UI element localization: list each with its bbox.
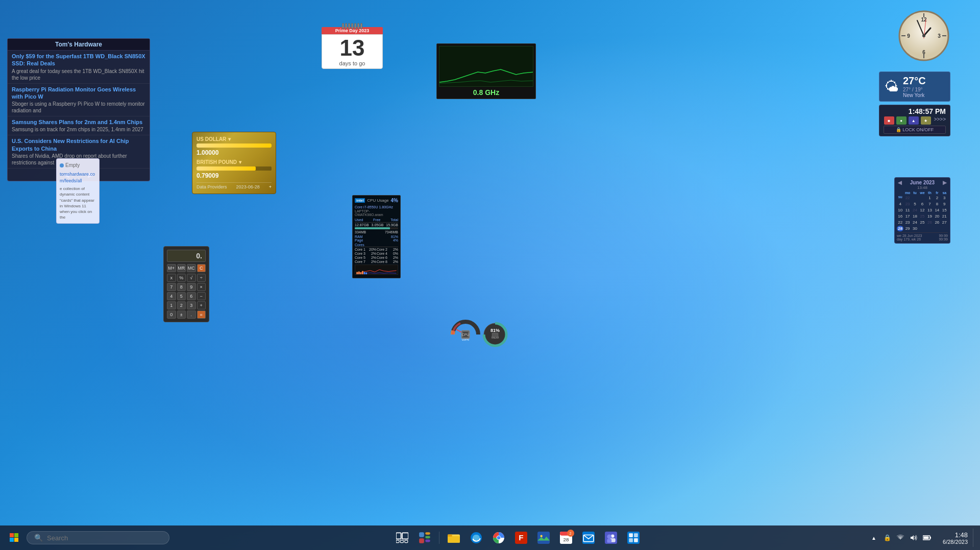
- gauge-svg: 09% 81% MEM CPU: [450, 314, 511, 355]
- widget-analog-clock: 12 3 6 9: [898, 10, 949, 61]
- taskbar-icon-taskview[interactable]: [392, 528, 412, 548]
- calc-clear[interactable]: C: [197, 264, 206, 272]
- svg-text:6: 6: [922, 50, 925, 55]
- weather-info: 27°C 27° / 19° New York: [903, 75, 926, 98]
- calc-mc[interactable]: MC: [187, 264, 196, 272]
- currency-base-row: US DOLLAR ▾ 1.00000: [197, 136, 272, 156]
- svg-rect-3: [360, 272, 362, 274]
- taskbar-icon-filezilla[interactable]: F: [511, 528, 531, 548]
- svg-rect-40: [425, 532, 430, 535]
- wifi-icon: [896, 534, 904, 541]
- svg-rect-33: [14, 538, 18, 542]
- widget-calculator: 0. M+ MR MC C x % √ ÷ 7 8 9 × 4 5 6 − 1 …: [163, 246, 209, 322]
- calc-8[interactable]: 8: [177, 283, 186, 291]
- clock-face-svg: 12 3 6 9: [898, 10, 949, 61]
- calc-decimal[interactable]: .: [187, 310, 196, 319]
- svg-point-51: [497, 536, 500, 540]
- calc-multiply[interactable]: ×: [197, 283, 206, 291]
- start-button[interactable]: [4, 529, 24, 547]
- calc-equals[interactable]: =: [197, 310, 206, 319]
- taskbar-icon-edge[interactable]: [466, 528, 486, 548]
- news-item[interactable]: Raspberry Pi Radiation Monitor Goes Wire…: [8, 84, 150, 117]
- lock-button[interactable]: 🔒 LOCK ON/OFF: [884, 126, 946, 134]
- svg-rect-38: [404, 540, 407, 543]
- calc-7[interactable]: 7: [167, 283, 176, 291]
- calc-5[interactable]: 5: [177, 292, 186, 300]
- cpu-graph-canvas: [439, 46, 533, 87]
- taskbar-icon-photos[interactable]: [533, 528, 554, 548]
- tray-expand[interactable]: ▲: [868, 532, 880, 544]
- svg-rect-69: [629, 538, 633, 542]
- calc-memory-row: M+ MR MC C: [167, 264, 206, 272]
- calc-3[interactable]: 3: [187, 301, 196, 309]
- info-card-link[interactable]: tomshardware.co m/feeds/all: [60, 171, 96, 184]
- search-input[interactable]: [47, 534, 159, 542]
- calc-6[interactable]: 6: [187, 292, 196, 300]
- widget-cpu-graph: 0.8 GHz: [436, 43, 536, 99]
- battery-icon: [923, 535, 931, 541]
- taskbar-icon-widgets[interactable]: [414, 528, 435, 548]
- calc-sqrt[interactable]: √: [187, 274, 196, 282]
- svg-rect-29: [492, 333, 498, 337]
- calendar-body[interactable]: 13 days to go: [322, 34, 383, 69]
- core-1: Core 120%: [355, 248, 376, 251]
- weather-city: New York: [903, 92, 926, 98]
- search-bar[interactable]: 🔍: [27, 531, 169, 544]
- core-5: Core 52%: [355, 256, 376, 259]
- calc-mr[interactable]: MR: [177, 264, 186, 272]
- svg-rect-34: [396, 533, 401, 539]
- svg-text:28: 28: [563, 537, 569, 542]
- calc-m-plus[interactable]: M+: [167, 264, 176, 272]
- currency-add-btn[interactable]: +: [269, 184, 272, 189]
- news-item[interactable]: Samsung Shares Plans for 2nm and 1.4nm C…: [8, 116, 150, 135]
- volume-icon: [910, 534, 918, 541]
- svg-point-62: [611, 534, 615, 538]
- taskbar-icon-file-explorer[interactable]: [444, 528, 464, 548]
- svg-point-19: [922, 34, 925, 37]
- calc-ops-x[interactable]: x: [167, 274, 176, 282]
- svg-rect-54: [537, 532, 550, 544]
- tray-wifi-icon[interactable]: [894, 532, 906, 544]
- core-6: Core 62%: [377, 256, 398, 259]
- cpu-detail-header: intel CPU Usage 4%: [355, 198, 398, 203]
- svg-point-55: [540, 535, 542, 537]
- calc-4[interactable]: 4: [167, 292, 176, 300]
- calendar-sub-label: days to go: [324, 60, 380, 66]
- calc-plus[interactable]: +: [197, 301, 206, 309]
- currency-quote-row: BRITISH POUND ▾ 0.79009: [197, 159, 272, 179]
- calc-1[interactable]: 1: [167, 301, 176, 309]
- calc-0[interactable]: 0: [167, 310, 176, 319]
- tray-volume-icon[interactable]: [908, 532, 920, 544]
- tray-network-security[interactable]: 🔒: [881, 532, 893, 544]
- currency-base-bar: [197, 144, 272, 148]
- calc-divide[interactable]: ÷: [197, 274, 206, 282]
- taskbar-icon-mail[interactable]: [578, 528, 599, 548]
- tray-battery-icon[interactable]: [921, 532, 933, 544]
- core-3: Core 32%: [355, 252, 376, 255]
- calc-9[interactable]: 9: [187, 283, 196, 291]
- mini-cal-prev[interactable]: ◀: [898, 180, 902, 185]
- mini-cal-time: 13:48: [897, 185, 948, 190]
- core-7: Core 72%: [355, 260, 376, 264]
- teams-icon: [605, 532, 617, 544]
- show-desktop-button[interactable]: [973, 529, 976, 547]
- taskbar-left: 🔍: [4, 529, 169, 547]
- taskbar-icon-chrome[interactable]: [488, 528, 509, 548]
- taskbar-icon-store[interactable]: [623, 528, 644, 548]
- svg-rect-30: [10, 533, 14, 537]
- calendar-badge: 2: [567, 530, 574, 537]
- taskbar-icon-calendar[interactable]: 28 2: [556, 528, 576, 548]
- mini-cal-next[interactable]: ▶: [943, 180, 947, 185]
- calc-percent[interactable]: %: [177, 274, 186, 282]
- mini-cal-footer: we 28 Jun 2023 99:99 day 179, wk 26 99:9…: [897, 232, 948, 241]
- calc-plusminus[interactable]: ±: [177, 310, 186, 319]
- taskbar-icon-teams[interactable]: [601, 528, 621, 548]
- calc-2[interactable]: 2: [177, 301, 186, 309]
- svg-rect-67: [629, 533, 633, 537]
- news-item[interactable]: Only $59 for the Superfast 1TB WD_Black …: [8, 51, 150, 84]
- calc-minus[interactable]: −: [197, 292, 206, 300]
- svg-rect-73: [924, 537, 929, 539]
- widget-weather[interactable]: 🌤 27°C 27° / 19° New York: [879, 71, 950, 102]
- taskbar-clock[interactable]: 1:48 6/28/2023: [936, 531, 972, 545]
- svg-rect-72: [930, 537, 931, 539]
